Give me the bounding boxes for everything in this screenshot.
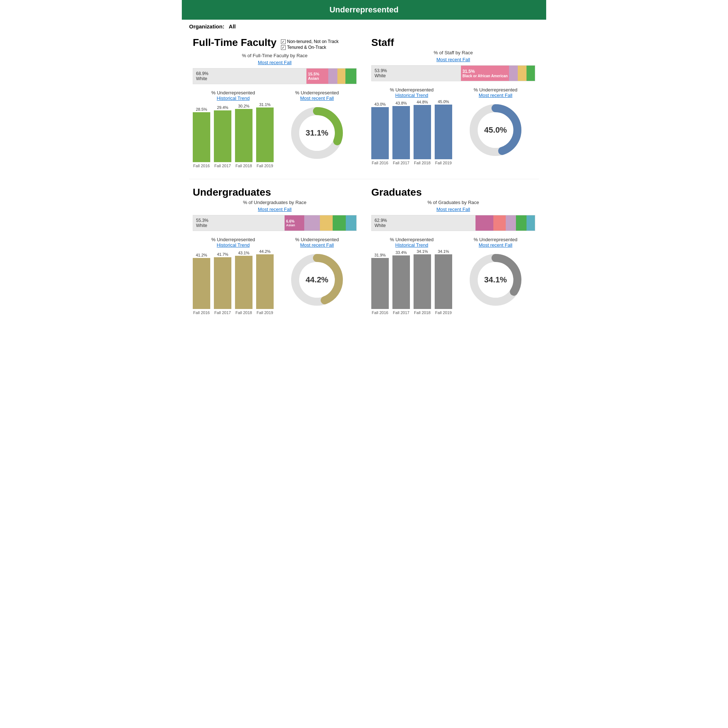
undergrads-charts-row: % Underrepresented Historical Trend 41.2… <box>193 237 357 315</box>
faculty-charts-row: % Underrepresented Historical Trend 28.5… <box>193 90 357 168</box>
x-axis-label: Fall 2018 <box>414 310 431 315</box>
faculty-white-label: White <box>196 76 306 81</box>
section-graduates: Graduates % of Graduates by Race Most re… <box>364 183 543 322</box>
bar-rect <box>214 257 231 309</box>
x-axis-label: Fall 2019 <box>256 164 274 168</box>
undergrads-colored-segments: 6.6% Asian <box>284 215 356 231</box>
staff-white-segment: 53.9% White <box>372 66 461 81</box>
x-axis-label: Fall 2019 <box>435 161 452 165</box>
bar-rect <box>256 254 274 309</box>
staff-segment-0: 31.5% Black or African American <box>461 66 509 81</box>
org-label: Organization: <box>189 23 225 29</box>
undergrads-bar-chart: 41.2%41.7%43.1%44.2% <box>193 251 274 309</box>
grads-x-labels: Fall 2016Fall 2017Fall 2018Fall 2019 <box>371 310 452 315</box>
section-title-grads: Graduates <box>371 187 535 198</box>
x-axis-label: Fall 2018 <box>414 161 431 165</box>
x-axis-label: Fall 2017 <box>214 310 231 315</box>
staff-donut-link[interactable]: Most recent Fall <box>479 93 512 98</box>
faculty-hist-link[interactable]: Historical Trend <box>217 95 249 101</box>
legend-label-nontenured: Non-tenured, Not on Track <box>287 39 338 44</box>
faculty-white-pct: 68.9% <box>196 71 306 76</box>
x-axis-label: Fall 2016 <box>193 164 210 168</box>
bar-rect <box>392 106 410 159</box>
x-axis-label: Fall 2018 <box>235 164 252 168</box>
bar-group: 44.2% <box>256 249 274 309</box>
faculty-hist-label: % Underrepresented <box>211 90 255 95</box>
undergrads-race-bar: 55.3% White 6.6% Asian <box>193 215 357 231</box>
bar-value-label: 28.5% <box>196 107 207 112</box>
x-axis-label: Fall 2017 <box>214 164 231 168</box>
faculty-bar-chart: 28.5%29.4%30.2%31.1% <box>193 104 274 162</box>
grads-segment-2 <box>506 215 516 231</box>
donut-center-text: 44.2% <box>306 275 328 284</box>
bar-value-label: 34.1% <box>416 249 428 254</box>
bar-rect <box>414 254 431 309</box>
undergrads-white-pct: 55.3% <box>196 218 284 223</box>
faculty-segment-1 <box>328 69 337 84</box>
bar-group: 41.2% <box>193 253 210 309</box>
bar-rect <box>392 255 410 309</box>
undergrads-donut-link[interactable]: Most recent Fall <box>300 242 334 248</box>
staff-hist-link[interactable]: Historical Trend <box>395 93 428 98</box>
grads-segment-4 <box>526 215 535 231</box>
staff-race-link[interactable]: Most recent Fall <box>371 57 535 62</box>
staff-seg0-pct: 31.5% <box>462 69 508 74</box>
faculty-race-link[interactable]: Most recent Fall <box>193 60 357 65</box>
header-title: Underrepresented <box>329 5 399 14</box>
bar-rect <box>193 112 210 162</box>
grads-historical-chart: % Underrepresented Historical Trend 31.9… <box>371 237 452 315</box>
faculty-donut-chart: % Underrepresented Most recent Fall 31.1… <box>277 90 357 168</box>
undergrads-donut: 44.2% <box>288 251 346 309</box>
staff-hist-label: % Underrepresented <box>390 87 434 93</box>
faculty-race-subtitle: % of Full-Time Faculty by Race <box>193 53 357 58</box>
x-axis-label: Fall 2017 <box>392 161 410 165</box>
undergrads-race-link[interactable]: Most recent Fall <box>193 206 357 212</box>
faculty-colored-segments: 15.5% Asian <box>306 69 356 84</box>
undergrads-segment-2 <box>320 215 333 231</box>
undergrads-donut-chart: % Underrepresented Most recent Fall 44.2… <box>277 237 357 315</box>
undergrads-x-labels: Fall 2016Fall 2017Fall 2018Fall 2019 <box>193 310 274 315</box>
faculty-donut-label: % Underrepresented <box>295 90 339 95</box>
bar-rect <box>214 110 231 162</box>
staff-charts-row: % Underrepresented Historical Trend 43.0… <box>371 87 535 165</box>
faculty-donut-link[interactable]: Most recent Fall <box>300 95 334 101</box>
faculty-seg0-label: Asian <box>308 76 327 81</box>
grads-donut-chart: % Underrepresented Most recent Fall 34.1… <box>456 237 535 315</box>
section-title-staff: Staff <box>371 37 535 49</box>
bar-rect <box>235 109 252 162</box>
staff-x-labels: Fall 2016Fall 2017Fall 2018Fall 2019 <box>371 161 452 165</box>
undergrads-white-segment: 55.3% White <box>193 215 284 231</box>
grads-donut-label: % Underrepresented <box>474 237 517 242</box>
staff-bar-chart: 43.0%43.8%44.8%45.0% <box>371 101 452 159</box>
bar-group: 31.9% <box>371 253 389 309</box>
org-row: Organization: All <box>182 20 546 33</box>
bar-group: 41.7% <box>214 252 231 309</box>
staff-race-subtitle: % of Staff by Race <box>371 50 535 55</box>
undergrads-hist-link[interactable]: Historical Trend <box>217 242 249 248</box>
grads-segment-0 <box>476 215 493 231</box>
bar-value-label: 43.8% <box>395 101 407 105</box>
bar-group: 28.5% <box>193 107 210 162</box>
grads-hist-label: % Underrepresented <box>390 237 434 242</box>
bar-group: 44.8% <box>414 100 431 159</box>
staff-seg0-label: Black or African American <box>462 74 508 78</box>
grads-race-link[interactable]: Most recent Fall <box>371 206 535 212</box>
staff-white-pct: 53.9% <box>375 68 461 73</box>
undergrads-segment-1 <box>304 215 320 231</box>
grads-hist-link[interactable]: Historical Trend <box>395 242 428 248</box>
undergrads-white-label: White <box>196 223 284 228</box>
grads-donut-link[interactable]: Most recent Fall <box>479 242 512 248</box>
bar-value-label: 33.4% <box>395 250 407 255</box>
undergrads-historical-chart: % Underrepresented Historical Trend 41.2… <box>193 237 274 315</box>
grads-white-pct: 62.9% <box>375 218 476 223</box>
faculty-x-labels: Fall 2016Fall 2017Fall 2018Fall 2019 <box>193 164 274 168</box>
undergrads-seg0-label: Asian <box>286 223 303 227</box>
section-full-time-faculty: Full-Time Faculty ✓ Non-tenured, Not on … <box>185 33 364 175</box>
staff-segment-2 <box>518 66 526 81</box>
bar-value-label: 44.8% <box>416 100 428 104</box>
bar-group: 43.0% <box>371 102 389 159</box>
staff-segment-3 <box>526 66 535 81</box>
legend-item-tenured: ✓ Tenured & On-Track <box>281 45 338 50</box>
bar-value-label: 30.2% <box>238 104 249 108</box>
undergrads-race-subtitle: % of Undergraduates by Race <box>193 200 357 205</box>
